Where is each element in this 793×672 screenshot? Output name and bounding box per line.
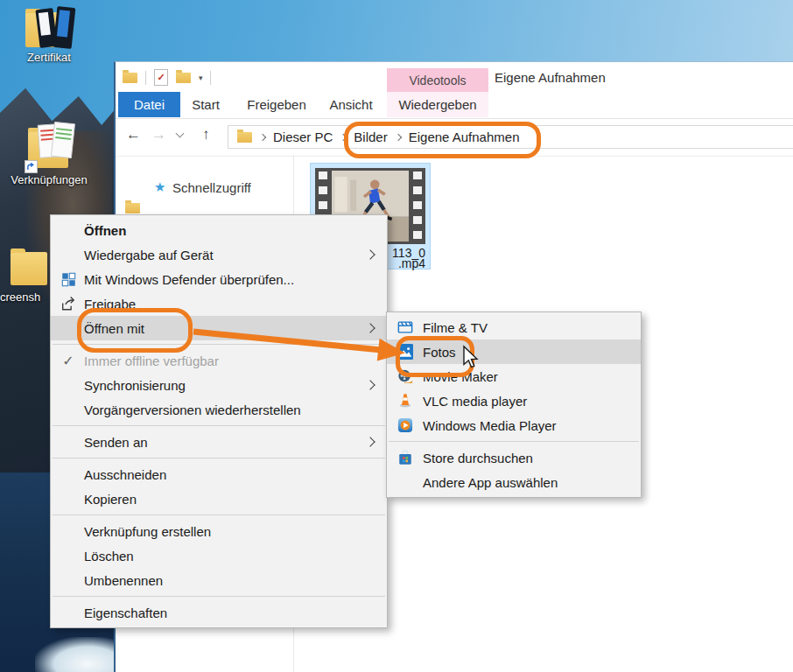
menu-item-label: Immer offline verfügbar [84, 354, 219, 368]
up-button[interactable]: ↑ [202, 126, 210, 144]
toolbar-separator [210, 71, 211, 85]
verknuepfungen-folder-icon [25, 122, 74, 173]
submenu-arrow-icon [365, 437, 375, 446]
quick-access-star-icon: ★ [154, 179, 165, 195]
wmp-icon [395, 413, 416, 438]
menu-separator [53, 425, 385, 426]
menu-item-wiedergabe-auf-geraet[interactable]: Wiedergabe auf Gerät [51, 242, 387, 267]
menu-item-loeschen[interactable]: Löschen [51, 543, 387, 568]
menu-item-label: Öffnen [84, 223, 126, 238]
menu-separator [389, 441, 639, 442]
new-folder-icon[interactable] [176, 73, 191, 83]
tab-wiedergeben[interactable]: Wiedergeben [387, 92, 488, 117]
sidebar-item-schnellzugriff[interactable]: Schnellzugriff [172, 180, 251, 195]
menu-item-ausschneiden[interactable]: Ausschneiden [51, 462, 387, 486]
customize-toolbar-chevron-icon[interactable]: ▾ [199, 74, 202, 82]
menu-item-label: Synchronisierung [84, 378, 186, 393]
folder-icon[interactable] [123, 73, 137, 83]
menu-item-umbenennen[interactable]: Umbenennen [51, 568, 387, 592]
menu-separator [53, 596, 385, 597]
menu-separator [53, 514, 385, 515]
check-icon: ✓ [57, 348, 80, 373]
window-title: Eigene Aufnahmen [495, 70, 606, 85]
menu-item-label: Eigenschaften [84, 606, 167, 620]
menu-item-verknuepfung-erstellen[interactable]: Verknüpfung erstellen [51, 519, 387, 543]
desktop-icon-zertifikat[interactable]: Zertifikat [12, 5, 86, 64]
quick-access-toolbar: ✓ ▾ [123, 69, 211, 86]
menu-item-label: Mit Windows Defender überprüfen... [84, 272, 294, 287]
submenu-arrow-icon [365, 323, 375, 332]
menu-item-label: Löschen [84, 549, 134, 564]
tab-freigeben[interactable]: Freigeben [236, 92, 317, 117]
vlc-icon [395, 388, 416, 413]
desktop-icon-screenshots[interactable]: creensh [0, 247, 51, 304]
toolbar-separator [145, 71, 146, 85]
submenu-item-store-durchsuchen[interactable]: Store durchsuchen [387, 445, 641, 470]
defender-icon [57, 267, 80, 291]
doc-line [56, 128, 72, 131]
annotation-circle-oeffnen-mit [77, 308, 193, 353]
menu-item-label: Andere App auswählen [423, 475, 558, 490]
menu-item-label: Store durchsuchen [423, 451, 533, 466]
desktop-screen: Zertifikat Verknüpfungen creensh [0, 0, 793, 672]
folder-icon [125, 203, 140, 214]
navigation-buttons: ← → ↑ [126, 126, 210, 144]
folder-shape [11, 252, 47, 285]
menu-item-label: Ausschneiden [84, 467, 166, 482]
menu-item-label: Kopieren [84, 492, 137, 507]
background-sea-foam [35, 637, 123, 672]
menu-item-senden-an[interactable]: Senden an [51, 430, 387, 454]
back-button[interactable]: ← [126, 126, 141, 144]
submenu-item-wmp[interactable]: Windows Media Player [387, 413, 641, 438]
menu-item-label: Windows Media Player [423, 418, 557, 433]
tab-start[interactable]: Start [180, 92, 231, 117]
menu-item-label: Umbenennen [84, 573, 163, 588]
tab-ansicht[interactable]: Ansicht [320, 92, 382, 117]
store-icon [395, 445, 416, 470]
filmstrip-sprockets-right [413, 172, 422, 241]
location-folder-icon [237, 132, 252, 143]
zertifikat-folder-icon [20, 5, 78, 51]
menu-item-eigenschaften[interactable]: Eigenschaften [51, 600, 387, 625]
desktop-icon-label: Zertifikat [12, 51, 86, 64]
sidebar-folder-peek [125, 203, 140, 214]
submenu-item-andere-app[interactable]: Andere App auswählen [387, 470, 641, 494]
submenu-arrow-icon [365, 249, 375, 259]
certificate-page [57, 10, 70, 37]
menu-item-label: Wiedergabe auf Gerät [84, 248, 214, 262]
properties-check-icon[interactable]: ✓ [154, 69, 168, 86]
doc-line [55, 136, 71, 140]
certificate-card [53, 6, 76, 49]
menu-item-kopieren[interactable]: Kopieren [51, 486, 387, 511]
menu-item-label: Verknüpfung erstellen [84, 524, 211, 539]
mouse-cursor [461, 345, 479, 369]
recent-locations-chevron-icon[interactable] [176, 129, 185, 137]
forward-button[interactable]: → [151, 126, 166, 144]
menu-item-vorgaengerversionen[interactable]: Vorgängerversionen wiederherstellen [51, 397, 387, 422]
share-icon [57, 291, 80, 316]
menu-item-label: VLC media player [423, 394, 527, 409]
ribbon-tab-row: Datei Start Freigeben Ansicht Wiedergebe… [116, 92, 793, 119]
breadcrumb-chevron-icon [259, 133, 266, 140]
doc-line [56, 132, 72, 136]
submenu-item-vlc[interactable]: VLC media player [387, 388, 641, 413]
menu-item-windows-defender[interactable]: Mit Windows Defender überprüfen... [51, 267, 387, 291]
menu-item-synchronisierung[interactable]: Synchronisierung [51, 373, 387, 397]
contextual-tab-videotools[interactable]: Videotools [387, 68, 488, 92]
certificate-page [39, 12, 51, 36]
desktop-icon-verknuepfungen[interactable]: Verknüpfungen [0, 122, 98, 186]
breadcrumb-dieser-pc[interactable]: Dieser PC [273, 130, 333, 144]
desktop-icon-label: creensh [0, 290, 51, 304]
desktop-icon-label: Verknüpfungen [0, 173, 98, 186]
menu-item-label: Filme & TV [423, 320, 488, 335]
annotation-circle-breadcrumb [344, 122, 541, 158]
menu-separator [53, 458, 385, 458]
document-sheet [51, 122, 75, 158]
context-menu: Öffnen Wiedergabe auf Gerät Mit Windows … [50, 214, 388, 628]
menu-item-oeffnen[interactable]: Öffnen [51, 218, 387, 242]
menu-item-label: Vorgängerversionen wiederherstellen [84, 402, 301, 417]
submenu-arrow-icon [365, 380, 375, 389]
tab-datei[interactable]: Datei [118, 92, 180, 117]
shortcut-arrow-icon [25, 160, 38, 173]
title-bar: ✓ ▾ Videotools Eigene Aufnahmen [116, 62, 793, 92]
